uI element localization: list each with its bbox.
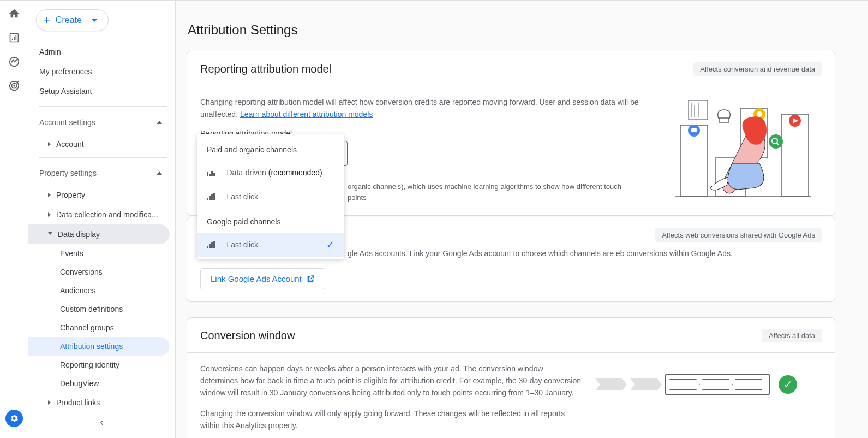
caret-right-icon bbox=[48, 212, 51, 217]
svg-point-13 bbox=[757, 111, 762, 117]
svg-rect-11 bbox=[691, 128, 697, 132]
main-content: Attribution Settings Reporting attributi… bbox=[176, 1, 868, 438]
home-icon[interactable] bbox=[8, 7, 21, 20]
card-title: Conversion window bbox=[200, 329, 295, 342]
nav-account[interactable]: Account bbox=[28, 134, 175, 154]
caret-right-icon bbox=[48, 193, 51, 197]
page-title: Attribution Settings bbox=[188, 22, 835, 38]
nav-reporting-identity[interactable]: Reporting identity bbox=[28, 356, 175, 374]
reports-icon[interactable] bbox=[8, 31, 21, 44]
nav-events[interactable]: Events bbox=[28, 244, 175, 263]
illustration bbox=[664, 96, 822, 203]
learn-link[interactable]: Learn about different attribution models bbox=[240, 110, 373, 119]
option-last-click-organic[interactable]: Last click bbox=[197, 185, 344, 209]
svg-point-16 bbox=[769, 134, 783, 149]
admin-gear-icon[interactable] bbox=[5, 410, 23, 427]
chevron-up-icon bbox=[157, 121, 162, 124]
nav-my-preferences[interactable]: My preferences bbox=[28, 62, 175, 81]
caret-down-icon bbox=[92, 19, 97, 22]
nav-setup-assistant[interactable]: Setup Assistant bbox=[28, 81, 175, 101]
caret-down-icon bbox=[48, 232, 52, 237]
option-last-click-paid[interactable]: Last click ✓ bbox=[197, 233, 344, 257]
nav-attribution-settings[interactable]: Attribution settings bbox=[28, 337, 170, 356]
account-settings-header[interactable]: Account settings bbox=[28, 110, 175, 134]
option-data-driven[interactable]: Data-driven (recommended) bbox=[197, 161, 344, 185]
plus-icon: + bbox=[43, 14, 50, 26]
nav-conversions[interactable]: Conversions bbox=[28, 263, 175, 281]
caret-right-icon bbox=[48, 400, 51, 405]
card-title: Reporting attribution model bbox=[200, 63, 331, 75]
affects-badge: Affects conversion and revenue data bbox=[693, 62, 822, 76]
bars-icon bbox=[207, 169, 215, 176]
card-description: Changing reporting attribution model wil… bbox=[200, 96, 653, 120]
nav-property[interactable]: Property bbox=[28, 185, 175, 205]
nav-channel-groups[interactable]: Channel groups bbox=[28, 318, 175, 337]
property-settings-header[interactable]: Property settings bbox=[28, 161, 175, 185]
link-google-ads-button[interactable]: Link Google Ads Account bbox=[200, 268, 325, 289]
conversion-window-card: Conversion window Affects all data Conve… bbox=[187, 317, 835, 438]
left-icon-rail bbox=[0, 1, 28, 438]
chevron-up-icon bbox=[157, 171, 162, 175]
nav-data-collection[interactable]: Data collection and modifica... bbox=[28, 205, 175, 224]
svg-point-4 bbox=[14, 85, 15, 86]
nav-custom-definitions[interactable]: Custom definitions bbox=[28, 300, 175, 318]
check-icon: ✓ bbox=[326, 239, 334, 251]
affects-badge: Affects web conversions shared with Goog… bbox=[655, 228, 822, 242]
nav-product-links[interactable]: Product links bbox=[28, 393, 175, 412]
conversion-window-illustration: ✓ bbox=[595, 363, 822, 395]
dropdown-section-header: Google paid channels bbox=[197, 209, 344, 233]
bars-icon bbox=[207, 241, 215, 248]
caret-right-icon bbox=[48, 142, 51, 146]
admin-sidebar: + Create Admin My preferences Setup Assi… bbox=[28, 1, 176, 438]
conversion-window-desc-1: Conversions can happen days or weeks aft… bbox=[200, 363, 582, 399]
affects-badge: Affects all data bbox=[762, 329, 822, 342]
check-circle-icon: ✓ bbox=[779, 375, 797, 394]
explore-icon[interactable] bbox=[8, 55, 21, 68]
bars-icon bbox=[207, 193, 215, 200]
nav-data-display[interactable]: Data display bbox=[28, 224, 170, 244]
create-label: Create bbox=[56, 15, 82, 25]
advertising-icon[interactable] bbox=[8, 79, 21, 92]
create-button[interactable]: + Create bbox=[36, 9, 109, 31]
nav-debugview[interactable]: DebugView bbox=[28, 374, 175, 393]
attribution-model-dropdown: Paid and organic channels Data-driven (r… bbox=[197, 134, 344, 259]
nav-admin[interactable]: Admin bbox=[28, 42, 175, 62]
collapse-sidebar-icon[interactable]: ‹ bbox=[100, 416, 104, 428]
reporting-attribution-card: Reporting attribution model Affects conv… bbox=[187, 51, 835, 216]
open-external-icon bbox=[306, 275, 315, 283]
nav-audiences[interactable]: Audiences bbox=[28, 281, 175, 300]
dropdown-section-header: Paid and organic channels bbox=[197, 137, 344, 161]
conversion-window-desc-2: Changing the conversion window will only… bbox=[200, 407, 582, 431]
